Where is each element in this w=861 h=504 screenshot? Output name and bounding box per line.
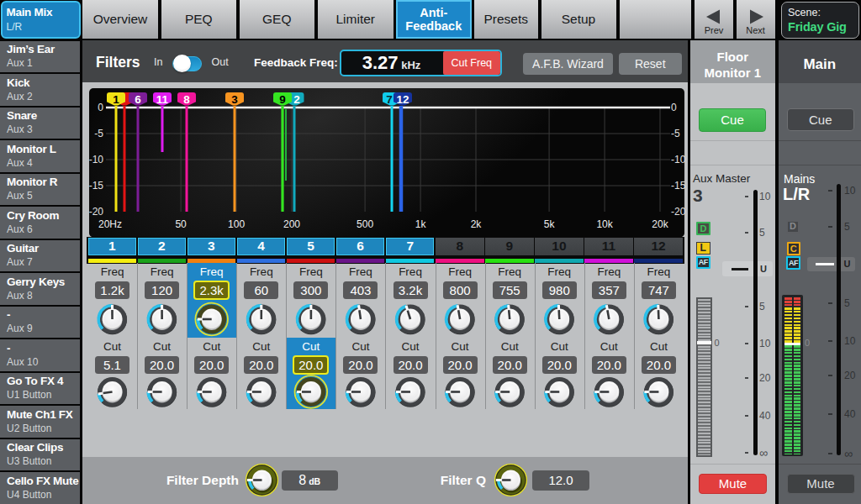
svg-text:7: 7 <box>386 93 393 106</box>
svg-text:9: 9 <box>279 93 286 106</box>
svg-text:2: 2 <box>293 93 300 106</box>
svg-text:500: 500 <box>357 218 373 230</box>
svg-text:1k: 1k <box>415 218 427 230</box>
svg-text:20Hz: 20Hz <box>98 218 122 230</box>
svg-text:-15: -15 <box>89 180 104 192</box>
svg-text:12: 12 <box>396 93 409 106</box>
svg-text:3: 3 <box>231 93 238 106</box>
svg-text:0: 0 <box>671 102 677 113</box>
svg-text:-5: -5 <box>671 128 680 139</box>
svg-text:-10: -10 <box>89 154 104 165</box>
svg-text:-5: -5 <box>94 128 103 139</box>
svg-text:200: 200 <box>283 218 300 230</box>
svg-text:50: 50 <box>175 218 187 230</box>
svg-text:6: 6 <box>135 93 141 106</box>
svg-text:2k: 2k <box>471 218 483 230</box>
svg-text:5k: 5k <box>544 218 556 230</box>
svg-text:11: 11 <box>156 93 169 106</box>
svg-text:1: 1 <box>113 93 119 106</box>
svg-text:0: 0 <box>98 102 103 113</box>
svg-text:8: 8 <box>183 93 190 106</box>
svg-text:-20: -20 <box>671 206 686 218</box>
svg-text:-10: -10 <box>671 154 686 165</box>
svg-text:-20: -20 <box>89 206 104 218</box>
svg-text:-15: -15 <box>671 180 686 192</box>
svg-text:10k: 10k <box>596 218 613 230</box>
svg-text:100: 100 <box>228 218 245 230</box>
svg-text:20k: 20k <box>652 218 668 230</box>
